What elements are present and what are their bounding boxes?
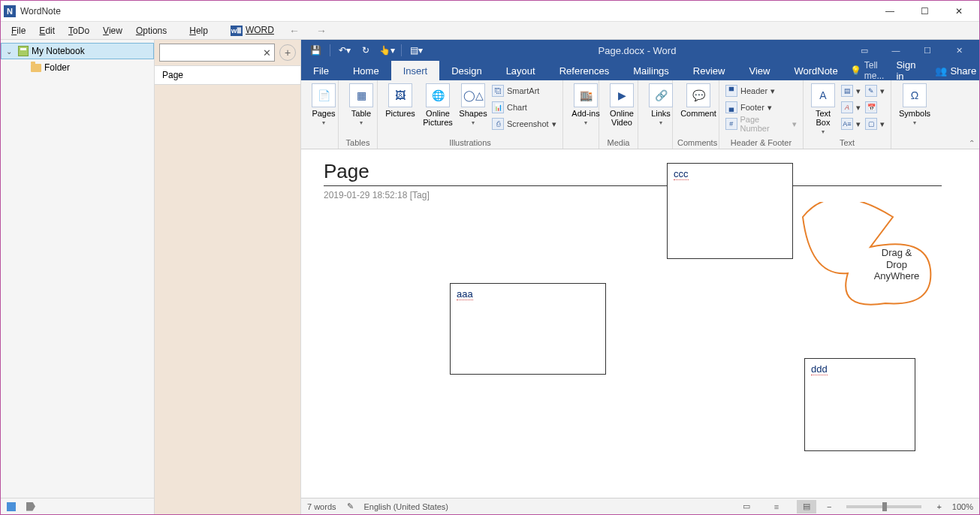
redo-icon[interactable]: ↻: [356, 41, 375, 59]
textbox-ccc[interactable]: ccc: [667, 163, 793, 259]
folder-icon: [31, 64, 41, 72]
addins-button[interactable]: 🏬 Add-ins ▾: [568, 83, 604, 126]
page-number-button[interactable]: #Page Number ▾: [724, 116, 798, 131]
title-underline: [324, 185, 942, 186]
zoom-level[interactable]: 100%: [952, 502, 973, 511]
pictures-button[interactable]: 🖼 Pictures: [382, 83, 418, 131]
addins-icon: 🏬: [574, 83, 598, 107]
share-button[interactable]: 👥 Share: [927, 65, 980, 77]
header-button[interactable]: ▀Header ▾: [724, 83, 798, 98]
clear-search-icon[interactable]: ✕: [263, 47, 271, 59]
footer-button[interactable]: ▄Footer ▾: [724, 100, 798, 115]
tree-folder[interactable]: Folder: [1, 59, 154, 76]
symbols-button[interactable]: Ω Symbols ▾: [896, 83, 933, 126]
online-pictures-icon: 🌐: [426, 83, 450, 107]
wordart-icon: A: [841, 101, 853, 113]
proofing-icon[interactable]: ✎: [347, 501, 354, 511]
language-status[interactable]: English (United States): [364, 502, 449, 511]
tab-layout[interactable]: Layout: [494, 61, 547, 80]
nav-back-button[interactable]: ←: [282, 23, 307, 38]
sign-in-button[interactable]: Sign in: [887, 59, 924, 82]
online-video-button[interactable]: ▶ Online Video: [604, 83, 640, 127]
tab-mailings[interactable]: Mailings: [621, 61, 681, 80]
menu-word[interactable]: W≣WORD: [225, 23, 280, 38]
quick-parts-button[interactable]: ▤▾: [840, 83, 862, 98]
tab-file[interactable]: File: [301, 61, 341, 80]
menubar: File Edit ToDo View Options Help W≣WORD …: [1, 22, 979, 40]
menu-help[interactable]: Help: [183, 24, 214, 38]
textbox-ddd[interactable]: ddd: [804, 358, 915, 451]
text-box-icon: A: [811, 83, 835, 107]
touch-mode-icon[interactable]: 👆▾: [377, 41, 397, 59]
smartart-button[interactable]: ⿻SmartArt: [490, 83, 558, 98]
menu-options[interactable]: Options: [130, 24, 173, 38]
tab-view[interactable]: View: [737, 61, 782, 80]
comment-button[interactable]: 💬 Comment: [677, 83, 719, 118]
callout-bubble[interactable]: Drag & Drop AnyWhere: [795, 202, 938, 315]
screenshot-icon: ⎙: [492, 118, 504, 130]
menu-todo[interactable]: ToDo: [62, 24, 95, 38]
word-ribbon-options-icon[interactable]: ▭: [849, 40, 880, 61]
signature-line-button[interactable]: ✎▾: [864, 83, 886, 98]
sidebar-collapse-icon[interactable]: [7, 502, 16, 511]
zoom-slider[interactable]: [846, 505, 921, 508]
nav-forward-button[interactable]: →: [309, 23, 334, 38]
document-canvas[interactable]: Page 2019-01-29 18:52:18 [Tag] aaa ccc d…: [301, 149, 979, 498]
object-button[interactable]: ▢▾: [864, 116, 886, 131]
tab-references[interactable]: References: [547, 61, 621, 80]
minimize-button[interactable]: —: [873, 1, 907, 22]
share-icon: 👥: [935, 65, 947, 77]
close-button[interactable]: ✕: [942, 1, 976, 22]
tab-home[interactable]: Home: [341, 61, 391, 80]
quick-parts-icon: ▤: [841, 85, 853, 97]
word-close-button[interactable]: ✕: [943, 40, 975, 61]
page-meta[interactable]: 2019-01-29 18:52:18 [Tag]: [324, 190, 430, 200]
add-note-button[interactable]: +: [279, 44, 296, 61]
menu-file[interactable]: File: [5, 24, 32, 38]
screenshot-button[interactable]: ⎙Screenshot ▾: [490, 116, 558, 131]
maximize-button[interactable]: ☐: [907, 1, 942, 22]
save-icon[interactable]: 💾: [306, 41, 325, 59]
wordart-button[interactable]: A▾: [840, 100, 862, 115]
qat-customize-icon[interactable]: ▤▾: [406, 41, 426, 59]
word-count[interactable]: 7 words: [307, 502, 336, 511]
word-maximize-button[interactable]: ☐: [912, 40, 943, 61]
print-layout-button[interactable]: ≡: [767, 500, 786, 513]
tree-notebook-label: My Notebook: [32, 46, 85, 56]
shapes-icon: ◯△: [461, 83, 485, 107]
read-mode-button[interactable]: ▭: [737, 500, 756, 513]
app-title: WordNote: [20, 6, 61, 17]
zoom-out-button[interactable]: −: [827, 502, 831, 511]
collapse-ribbon-icon[interactable]: ⌃: [969, 139, 975, 147]
chart-button[interactable]: 📊Chart: [490, 100, 558, 115]
tell-me-input[interactable]: 💡 Tell me...: [850, 60, 885, 81]
web-layout-button[interactable]: ▤: [797, 500, 816, 513]
date-time-button[interactable]: 📅: [864, 100, 886, 115]
pages-button[interactable]: 📄 Pages ▾: [306, 83, 342, 126]
smartart-icon: ⿻: [492, 85, 504, 97]
table-button[interactable]: ▦ Table ▾: [343, 83, 379, 126]
dropcap-button[interactable]: A≡▾: [840, 116, 862, 131]
ribbon: 📄 Pages ▾ ▦ Table ▾ Tables 🖼 Pi: [301, 80, 979, 149]
page-title[interactable]: Page: [324, 160, 369, 183]
textbox-aaa[interactable]: aaa: [450, 283, 606, 375]
menu-edit[interactable]: Edit: [33, 24, 61, 38]
tab-review[interactable]: Review: [681, 61, 737, 80]
video-icon: ▶: [610, 83, 634, 107]
tree-notebook[interactable]: ⌄ My Notebook: [1, 43, 154, 59]
note-list-item[interactable]: Page: [155, 65, 300, 85]
notebook-icon: [18, 46, 29, 56]
tab-design[interactable]: Design: [439, 61, 493, 80]
search-input[interactable]: ✕: [159, 44, 275, 62]
menu-view[interactable]: View: [97, 24, 128, 38]
shapes-button[interactable]: ◯△ Shapes ▾: [457, 83, 489, 131]
word-minimize-button[interactable]: —: [880, 40, 912, 61]
tag-icon[interactable]: [26, 502, 35, 511]
undo-icon[interactable]: ↶▾: [335, 41, 354, 59]
zoom-in-button[interactable]: +: [936, 502, 941, 511]
text-box-button[interactable]: A Text Box ▾: [808, 83, 838, 135]
tab-insert[interactable]: Insert: [391, 61, 440, 80]
online-pictures-button[interactable]: 🌐 Online Pictures: [420, 83, 456, 131]
tab-wordnote[interactable]: WordNote: [782, 61, 849, 80]
note-item-label: Page: [162, 70, 183, 80]
